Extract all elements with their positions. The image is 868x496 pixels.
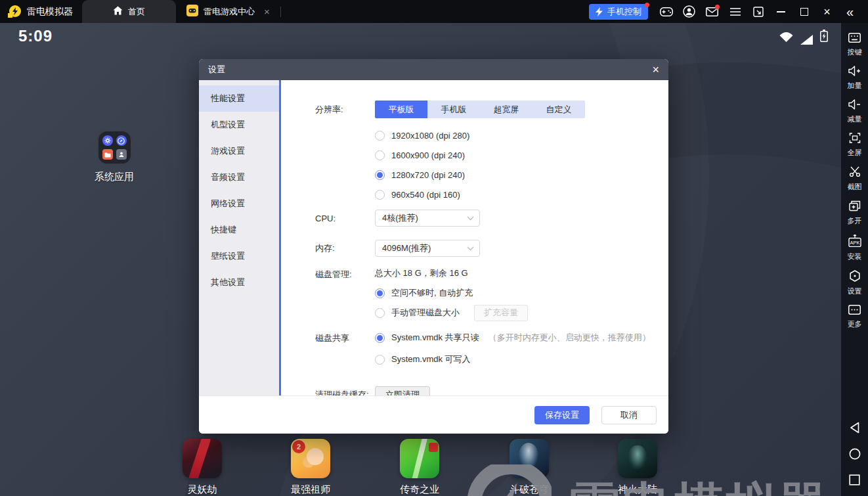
maximize-icon[interactable] [792,0,815,23]
resolution-options: 1920x1080 (dpi 280) 1600x900 (dpi 240) 1… [375,125,469,204]
memory-dropdown[interactable]: 4096M(推荐) [375,240,480,257]
resolution-option[interactable]: 1600x900 (dpi 240) [375,145,469,165]
sidebar-item-game[interactable]: 游戏设置 [199,138,279,164]
tab-tablet[interactable]: 平板版 [375,101,427,118]
clean-now-button[interactable]: 立即清理 [375,386,430,395]
resolution-mode-tabs: 平板版 手机版 超宽屏 自定义 [375,101,585,118]
radio-selected[interactable] [375,333,385,343]
game-shortcut[interactable]: 灵妖劫 [160,439,245,496]
tab-phone[interactable]: 手机版 [427,101,480,118]
sidebar-item-other[interactable]: 其他设置 [199,269,279,296]
toolbar-volume-up[interactable]: 加量 [848,66,862,91]
apk-install-icon: APK [848,235,861,250]
resolution-option-label: 960x540 (dpi 160) [391,190,460,200]
home-button-icon[interactable] [849,448,861,460]
radio-unselected[interactable] [375,308,385,318]
cpu-dropdown[interactable]: 4核(推荐) [375,210,480,227]
sidebar-item-shortcuts[interactable]: 快捷键 [199,217,279,243]
multi-instance-icon [849,200,861,214]
settings-icon [849,270,861,284]
sidebar-item-performance[interactable]: 性能设置 [199,85,279,112]
gamepad-icon[interactable] [655,0,678,23]
disk-share-options: System.vmdk 共享只读 （多开时内存更小、启动更快，推荐使用） Sys… [375,328,651,369]
game-shortcut[interactable]: 2 最强祖师 [268,439,353,496]
resolution-option[interactable]: 960x540 (dpi 160) [375,185,469,204]
radio-unselected[interactable] [375,190,385,200]
radio-unselected[interactable] [375,150,385,160]
game-icon [400,439,439,478]
volume-down-icon [848,99,861,112]
close-window-icon[interactable]: × [815,0,838,23]
resize-window-icon[interactable] [747,0,770,23]
recent-apps-icon[interactable] [849,474,860,485]
sidebar-item-network[interactable]: 网络设置 [199,191,279,217]
more-icon [848,305,861,317]
settings-app-icon [102,135,113,146]
phone-control-button[interactable]: 手机控制 [589,4,648,20]
sidebar-item-audio[interactable]: 音频设置 [199,164,279,191]
radio-unselected[interactable] [375,355,385,365]
volume-up-icon [848,66,861,79]
titlebar-controls: 手机控制 × [589,0,868,23]
browser-app-icon [116,135,127,146]
sidebar-item-wallpaper[interactable]: 壁纸设置 [199,243,279,269]
svg-text:APK: APK [850,240,859,246]
toolbar-label: 按键 [848,47,862,57]
toolbar-label: 更多 [848,319,862,329]
menu-icon[interactable] [724,0,747,23]
toolbar-volume-down[interactable]: 减量 [848,99,862,124]
collapse-toolbar-icon[interactable]: « [838,0,861,23]
toolbar-keymapping[interactable]: 按键 [848,33,862,57]
radio-selected[interactable] [375,288,385,298]
resolution-option[interactable]: 1920x1080 (dpi 280) [375,125,469,145]
system-apps-folder[interactable]: 系统应用 [75,130,154,183]
vmdk-writable-option[interactable]: System.vmdk 可写入 [375,349,651,369]
game-shortcut[interactable]: 传奇之业 [377,439,462,496]
disk-option-label: 空间不够时, 自动扩充 [391,287,473,299]
tab-ultrawide[interactable]: 超宽屏 [480,101,532,118]
tab-game-center[interactable]: 雷电游戏中心 × [176,0,280,23]
messages-icon[interactable] [701,0,724,23]
disk-manual-option[interactable]: 手动管理磁盘大小 扩充容量 [375,303,528,323]
back-button-icon[interactable] [850,422,860,434]
folder-label: 系统应用 [75,171,154,183]
cancel-button[interactable]: 取消 [601,406,657,424]
save-settings-button[interactable]: 保存设置 [534,406,590,424]
sidebar-item-device-model[interactable]: 机型设置 [199,112,279,138]
resolution-option-label: 1920x1080 (dpi 280) [391,131,469,141]
settings-sidebar: 性能设置 机型设置 游戏设置 音频设置 网络设置 快捷键 壁纸设置 其他设置 [199,80,281,395]
dialog-close-icon[interactable]: × [652,64,659,76]
expand-capacity-button[interactable]: 扩充容量 [474,305,528,321]
tab-close-icon[interactable]: × [264,6,270,17]
disk-share-option-label: System.vmdk 可写入 [391,353,471,365]
disk-share-note: （多开时内存更小、启动更快，推荐使用） [488,332,651,344]
resolution-option[interactable]: 1280x720 (dpi 240) [375,165,469,185]
account-icon[interactable] [678,0,701,23]
toolbar-settings[interactable]: 设置 [848,270,862,296]
tab-game-center-label: 雷电游戏中心 [204,6,255,18]
notification-dot [645,3,649,7]
game-icon [183,439,222,478]
tab-custom[interactable]: 自定义 [532,101,585,118]
resolution-option-label: 1280x720 (dpi 240) [391,170,465,180]
toolbar-apk-install[interactable]: APK 安装 [848,235,862,261]
toolbar-label: 安装 [848,252,862,261]
files-app-icon [102,149,113,160]
toolbar-multi-instance[interactable]: 多开 [848,200,862,226]
vmdk-readonly-option[interactable]: System.vmdk 共享只读 （多开时内存更小、启动更快，推荐使用） [375,328,651,348]
settings-dialog: 设置 × 性能设置 机型设置 游戏设置 音频设置 网络设置 快捷键 壁纸设置 其… [199,59,668,434]
radio-selected[interactable] [375,170,385,180]
toolbar-more[interactable]: 更多 [848,305,862,329]
radio-unselected[interactable] [375,131,385,141]
toolbar-fullscreen[interactable]: 全屏 [848,133,862,158]
disk-share-label: 磁盘共享 [281,328,375,344]
resolution-option-label: 1600x900 (dpi 240) [391,150,465,160]
toolbar-label: 多开 [848,216,862,226]
game-label: 传奇之业 [377,484,462,496]
memory-label: 内存: [281,242,375,254]
toolbar-screenshot[interactable]: 截图 [848,166,862,192]
disk-auto-expand-option[interactable]: 空间不够时, 自动扩充 [375,283,528,303]
minimize-icon[interactable] [770,0,792,23]
tab-home[interactable]: 首页 [82,0,176,23]
game-icon: 2 [291,439,330,478]
